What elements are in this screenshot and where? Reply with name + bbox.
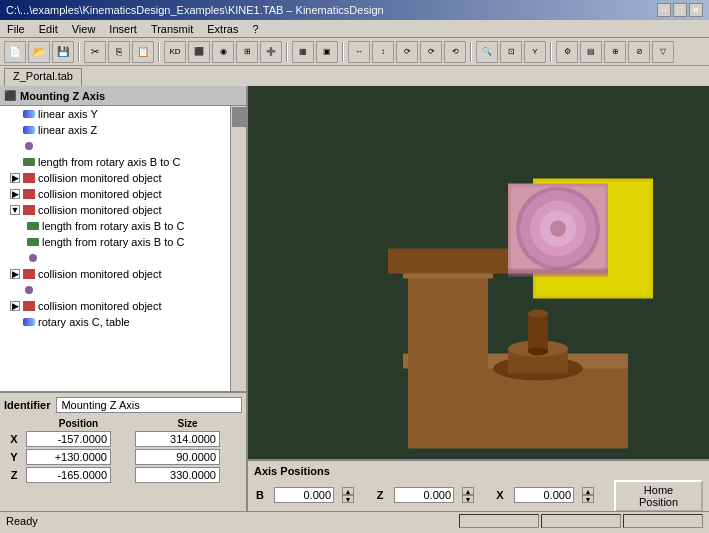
pos-x-input[interactable]	[26, 431, 111, 447]
expand-icon[interactable]: ▶	[10, 301, 20, 311]
axis-b-spinner[interactable]: ▲ ▼	[342, 487, 354, 503]
btn3[interactable]: ◉	[212, 41, 234, 63]
list-item[interactable]: length from rotary axis B to C	[0, 218, 230, 234]
axis-b-input[interactable]	[274, 487, 334, 503]
tree-item-label: length from rotary axis B to C	[42, 236, 184, 248]
axis-x2-spinner[interactable]: ▲ ▼	[582, 487, 594, 503]
list-item[interactable]: linear axis Y	[0, 106, 230, 122]
save-button[interactable]: 💾	[52, 41, 74, 63]
copy-button[interactable]: ⎘	[108, 41, 130, 63]
status-section-1	[459, 514, 539, 528]
size-z-input[interactable]	[135, 467, 220, 483]
btn4[interactable]: ⊞	[236, 41, 258, 63]
expand-icon[interactable]: ▶	[10, 173, 20, 183]
cut-button[interactable]: ✂	[84, 41, 106, 63]
menu-transmit[interactable]: Transmit	[148, 23, 196, 35]
list-item[interactable]	[0, 138, 230, 154]
btn14[interactable]: ⊡	[500, 41, 522, 63]
btn12[interactable]: ⟲	[444, 41, 466, 63]
expand-icon[interactable]: ▶	[10, 269, 20, 279]
btn20[interactable]: ▽	[652, 41, 674, 63]
pos-y-input[interactable]	[26, 449, 111, 465]
menu-insert[interactable]: Insert	[106, 23, 140, 35]
btn7[interactable]: ▣	[316, 41, 338, 63]
list-item[interactable]	[0, 250, 230, 266]
list-item[interactable]: rotary axis C, table	[0, 314, 230, 330]
btn11[interactable]: ⟳	[420, 41, 442, 63]
open-button[interactable]: 📂	[28, 41, 50, 63]
size-x-input[interactable]	[135, 431, 220, 447]
svg-rect-21	[508, 269, 608, 277]
size-y-input[interactable]	[135, 449, 220, 465]
expand-icon[interactable]: ▶	[10, 189, 20, 199]
btn16[interactable]: ⚙	[556, 41, 578, 63]
spin-up[interactable]: ▲	[342, 487, 354, 495]
list-item[interactable]: length from rotary axis B to C	[0, 234, 230, 250]
list-item[interactable]: ▶ collision monitored object	[0, 298, 230, 314]
axis-row-x: X ▲ ▼	[494, 487, 594, 503]
sep1	[78, 42, 80, 62]
list-item[interactable]: ▶ collision monitored object	[0, 170, 230, 186]
tree-item-label: collision monitored object	[38, 268, 162, 280]
tree-container: linear axis Y linear axis Z length from …	[0, 106, 246, 391]
list-item[interactable]: ▶ collision monitored object	[0, 266, 230, 282]
btn2[interactable]: ⬛	[188, 41, 210, 63]
home-position-button[interactable]: Home Position	[614, 480, 703, 511]
spin-down[interactable]: ▼	[342, 495, 354, 503]
axis-z2-input[interactable]	[394, 487, 454, 503]
tab-z-portal[interactable]: Z_Portal.tab	[4, 68, 82, 86]
paste-button[interactable]: 📋	[132, 41, 154, 63]
list-item[interactable]: linear axis Z	[0, 122, 230, 138]
spin-up[interactable]: ▲	[582, 487, 594, 495]
btn13[interactable]: 🔍	[476, 41, 498, 63]
close-button[interactable]: ✕	[689, 3, 703, 17]
btn5[interactable]: ➕	[260, 41, 282, 63]
tree-item-label: collision monitored object	[38, 172, 162, 184]
tree-scrollbar[interactable]	[230, 106, 246, 391]
spin-down[interactable]: ▼	[462, 495, 474, 503]
spin-up[interactable]: ▲	[462, 487, 474, 495]
btn10[interactable]: ⟳	[396, 41, 418, 63]
svg-point-20	[550, 221, 566, 237]
list-item[interactable]: ▶ collision monitored object	[0, 186, 230, 202]
size-x-cell	[133, 430, 242, 448]
btn19[interactable]: ⊘	[628, 41, 650, 63]
list-item[interactable]	[0, 282, 230, 298]
axis-x2-input[interactable]	[514, 487, 574, 503]
new-button[interactable]: 📄	[4, 41, 26, 63]
btn9[interactable]: ↕	[372, 41, 394, 63]
spin-down[interactable]: ▼	[582, 495, 594, 503]
pos-z-input[interactable]	[26, 467, 111, 483]
menu-extras[interactable]: Extras	[204, 23, 241, 35]
tree-item-label: linear axis Y	[38, 108, 98, 120]
table-row: Y	[4, 448, 242, 466]
menu-view[interactable]: View	[69, 23, 99, 35]
btn1[interactable]: KD	[164, 41, 186, 63]
axis-z2-spinner[interactable]: ▲ ▼	[462, 487, 474, 503]
table-row: Z	[4, 466, 242, 484]
list-item[interactable]: length from rotary axis B to C	[0, 154, 230, 170]
svg-point-11	[528, 348, 548, 356]
btn15[interactable]: Y	[524, 41, 546, 63]
maximize-button[interactable]: □	[673, 3, 687, 17]
axis-positions-title: Axis Positions	[254, 465, 703, 477]
identifier-input[interactable]	[56, 397, 242, 413]
tree-view[interactable]: linear axis Y linear axis Z length from …	[0, 106, 230, 391]
title-bar-buttons: – □ ✕	[657, 3, 703, 17]
menu-bar: File Edit View Insert Transmit Extras ?	[0, 20, 709, 38]
btn17[interactable]: ▤	[580, 41, 602, 63]
collision-icon	[22, 172, 36, 184]
tree-item-label: linear axis Z	[38, 124, 97, 136]
expand-icon[interactable]: ▼	[10, 205, 20, 215]
minimize-button[interactable]: –	[657, 3, 671, 17]
menu-help[interactable]: ?	[249, 23, 261, 35]
btn6[interactable]: ▦	[292, 41, 314, 63]
list-item[interactable]: ▼ collision monitored object	[0, 202, 230, 218]
table-row: X	[4, 430, 242, 448]
btn8[interactable]: ↔	[348, 41, 370, 63]
btn18[interactable]: ⊕	[604, 41, 626, 63]
menu-edit[interactable]: Edit	[36, 23, 61, 35]
pos-x-cell	[24, 430, 133, 448]
collision-icon	[22, 300, 36, 312]
menu-file[interactable]: File	[4, 23, 28, 35]
